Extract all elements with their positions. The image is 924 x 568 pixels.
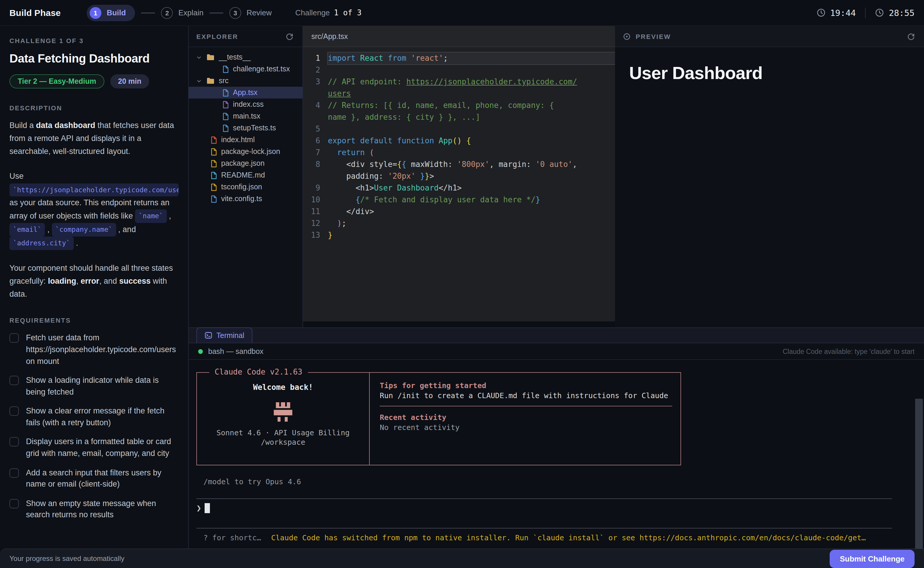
tier-badge: Tier 2 — Easy-Medium — [9, 74, 104, 89]
terminal-content[interactable]: Claude Code v2.1.63 Welcome back! — [189, 360, 924, 548]
file-icon — [211, 195, 217, 202]
code-text: users — [328, 88, 615, 100]
code-line[interactable]: 12 ); — [303, 218, 615, 230]
autosave-note: Your progress is saved automatically — [9, 554, 124, 563]
eye-icon — [623, 32, 631, 41]
claude-box-left: Welcome back! Sonnet 4.6 · API Usage — [197, 373, 369, 465]
code-line[interactable]: 10 {/* Fetch and display user data here … — [303, 194, 615, 206]
file-name: setupTests.ts — [233, 124, 276, 132]
code-line[interactable]: 4// Returns: [{ id, name, email, phone, … — [303, 100, 615, 112]
code-line[interactable]: 5 — [303, 123, 615, 135]
app-title: Build Phase — [9, 8, 61, 18]
file-row[interactable]: tsconfig.json — [189, 181, 303, 193]
code-line[interactable]: 6export default function App() { — [303, 135, 615, 147]
preview-content: User Dashboard — [615, 47, 924, 83]
code-line[interactable]: 13} — [303, 230, 615, 241]
file-row[interactable]: challenge.test.tsx — [189, 63, 303, 75]
editor-tab-file[interactable]: src/App.tsx — [311, 32, 348, 41]
requirement-checkbox[interactable] — [9, 376, 19, 385]
file-row[interactable]: index.html — [189, 134, 303, 146]
file-icon — [222, 65, 229, 73]
challenge-description: Build a data dashboard that fetches user… — [9, 119, 179, 301]
terminal-prompt[interactable]: ❯ — [196, 500, 900, 515]
terminal-panel: Terminal bash — sandbox Claude Code avai… — [189, 327, 924, 548]
line-number: 9 — [303, 182, 328, 194]
code-text: <h1>User Dashboard</h1> — [328, 182, 615, 194]
folder-row[interactable]: src — [189, 75, 303, 87]
file-icon — [222, 89, 229, 97]
claude-robot-icon — [270, 399, 297, 423]
code-text: padding: '20px' }}> — [328, 171, 615, 182]
explorer-refresh-button[interactable] — [284, 31, 295, 42]
chevron-down-icon — [196, 78, 202, 83]
code-line[interactable]: users — [303, 88, 615, 100]
folder-name: __tests__ — [219, 53, 250, 61]
requirement-text: Add a search input that filters users by… — [26, 467, 179, 490]
code-line[interactable]: padding: '20px' }}> — [303, 171, 615, 182]
code-line[interactable]: 11 </div> — [303, 206, 615, 218]
submit-challenge-button[interactable]: Submit Challenge — [830, 550, 915, 568]
code-text — [328, 123, 615, 135]
file-row[interactable]: package-lock.json — [189, 146, 303, 157]
requirement-text: Fetch user data from https://jsonplaceho… — [26, 332, 179, 367]
code-line[interactable]: name }, address: { city } }, ...] — [303, 112, 615, 123]
file-name: App.tsx — [233, 89, 258, 97]
description-text: , and — [116, 225, 136, 234]
file-row[interactable]: package.json — [189, 157, 303, 169]
step-review[interactable]: 3 Review — [229, 7, 271, 18]
file-row[interactable]: setupTests.ts — [189, 122, 303, 134]
requirement-text: Show a clear error message if the fetch … — [26, 405, 179, 429]
file-name: tsconfig.json — [221, 183, 262, 191]
file-row[interactable]: App.tsx — [189, 87, 303, 98]
footer-bar: Your progress is saved automatically Sub… — [0, 548, 924, 568]
code-area[interactable]: 1import React from 'react';23// API endp… — [303, 47, 615, 322]
code-line[interactable]: 7 return ( — [303, 147, 615, 159]
requirement-checkbox[interactable] — [9, 334, 19, 343]
step-review-number: 3 — [229, 7, 241, 18]
step-build-number: 1 — [90, 7, 101, 18]
requirement-checkbox[interactable] — [9, 437, 19, 447]
folder-row[interactable]: __tests__ — [189, 51, 303, 63]
requirements-list: Fetch user data from https://jsonplaceho… — [9, 332, 179, 521]
file-icon — [222, 124, 229, 132]
description-text: . — [74, 239, 78, 248]
challenge-sidebar: CHALLENGE 1 OF 3 Data Fetching Dashboard… — [0, 26, 189, 548]
total-timer-value: 28:55 — [889, 8, 915, 17]
code-line[interactable]: 9 <h1>User Dashboard</h1> — [303, 182, 615, 194]
inline-code-chip: `https://jsonplaceholder.typicode.com/us… — [9, 183, 179, 197]
file-row[interactable]: vite.config.ts — [189, 193, 303, 205]
requirement-checkbox[interactable] — [9, 407, 19, 416]
recent-activity-header: Recent activity — [380, 412, 672, 422]
preview-header: PREVIEW — [636, 33, 671, 40]
step-explain[interactable]: 2 Explain — [161, 7, 203, 18]
code-text: export default function App() { — [328, 135, 615, 147]
refresh-icon — [285, 32, 294, 41]
requirement-checkbox[interactable] — [9, 468, 19, 477]
terminal-scrollbar[interactable] — [915, 399, 923, 548]
tip-line: Run /init to create a CLAUDE.md file wit… — [380, 390, 672, 400]
code-line[interactable]: 8 <div style={{ maxWidth: '800px', margi… — [303, 159, 615, 171]
line-number: 5 — [303, 123, 328, 135]
line-number: 2 — [303, 64, 328, 76]
terminal-divider — [196, 499, 892, 499]
code-line[interactable]: 2 — [303, 64, 615, 76]
file-row[interactable]: index.css — [189, 98, 303, 110]
preview-refresh-button[interactable] — [906, 31, 916, 42]
code-line[interactable]: 1import React from 'react'; — [303, 53, 615, 64]
challenge-counter-value: 1 of 3 — [334, 8, 362, 17]
requirement-item: Show an empty state message when search … — [9, 497, 179, 521]
folder-icon — [207, 54, 215, 61]
requirement-text: Display users in a formatted table or ca… — [26, 436, 179, 459]
line-number: 1 — [303, 53, 328, 64]
code-text: } — [328, 230, 615, 241]
editor-tab-bar: src/App.tsx — [303, 26, 615, 47]
terminal-tab[interactable]: Terminal — [196, 327, 253, 343]
file-row[interactable]: README.md — [189, 169, 303, 181]
file-icon — [211, 148, 217, 156]
inline-code-chip: `email` — [9, 223, 45, 237]
step-build[interactable]: 1 Build — [87, 5, 135, 21]
code-line[interactable]: 3// API endpoint: https://jsonplaceholde… — [303, 76, 615, 88]
file-row[interactable]: main.tsx — [189, 110, 303, 122]
timers: 19:44 28:55 — [816, 8, 915, 18]
requirement-checkbox[interactable] — [9, 499, 19, 508]
